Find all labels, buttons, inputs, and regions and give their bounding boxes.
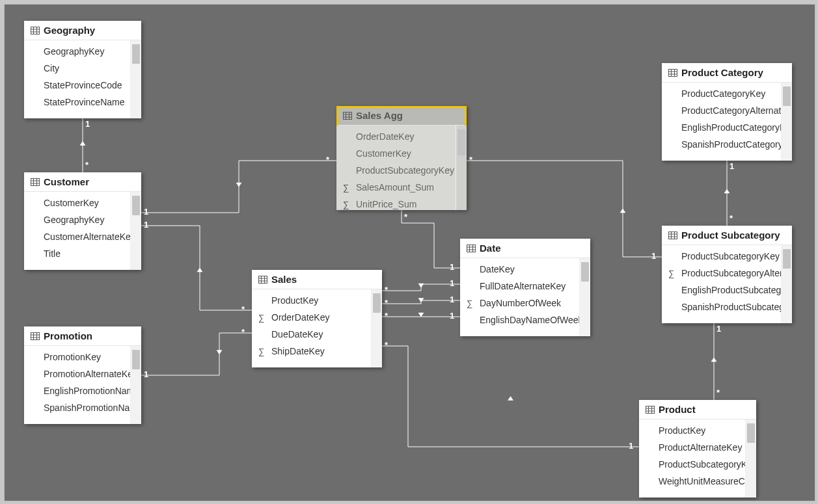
- cardinality-label: *: [716, 388, 720, 397]
- table-icon: [467, 245, 476, 252]
- field-item[interactable]: ∑OrderDateKey: [252, 309, 371, 326]
- table-header[interactable]: Date: [460, 239, 590, 258]
- table-salesAgg[interactable]: Sales AggOrderDateKeyCustomerKeyProductS…: [336, 106, 467, 210]
- table-geography[interactable]: GeographyGeographyKeyCityStateProvinceCo…: [24, 21, 141, 118]
- field-item[interactable]: GeographyKey: [24, 211, 130, 228]
- svg-rect-16: [31, 178, 40, 185]
- svg-marker-0: [80, 142, 85, 146]
- scrollbar-thumb[interactable]: [132, 44, 140, 64]
- table-productSubcategory[interactable]: Product SubcategoryProductSubcategoryKey…: [662, 226, 792, 323]
- scrollbar-thumb[interactable]: [132, 196, 140, 215]
- scrollbar-thumb[interactable]: [132, 350, 140, 369]
- field-item[interactable]: CustomerKey: [24, 194, 130, 211]
- field-item[interactable]: ProductCategoryKey: [662, 85, 781, 102]
- field-item[interactable]: WeightUnitMeasureCode: [639, 473, 745, 490]
- sigma-icon: ∑: [467, 298, 472, 308]
- scrollbar[interactable]: [745, 419, 756, 497]
- cardinality-label: 1: [450, 311, 454, 321]
- table-header[interactable]: Geography: [24, 21, 141, 40]
- scrollbar[interactable]: [456, 126, 467, 210]
- cardinality-label: *: [729, 213, 733, 223]
- scrollbar[interactable]: [781, 83, 792, 161]
- scrollbar-thumb[interactable]: [783, 86, 791, 106]
- field-item[interactable]: SpanishProductCategoryName: [662, 136, 781, 153]
- scrollbar[interactable]: [781, 245, 792, 323]
- table-promotion[interactable]: PromotionPromotionKeyPromotionAlternateK…: [24, 326, 141, 424]
- field-label: DayNumberOfWeek: [480, 298, 561, 308]
- table-productCategory[interactable]: Product CategoryProductCategoryKeyProduc…: [662, 63, 792, 161]
- field-label: CustomerKey: [44, 198, 99, 208]
- table-title: Product: [659, 404, 696, 415]
- field-item[interactable]: PromotionAlternateKey: [24, 365, 130, 382]
- scrollbar[interactable]: [130, 192, 141, 270]
- field-item[interactable]: ProductSubcategoryKey: [662, 248, 781, 265]
- field-item[interactable]: ∑ProductSubcategoryAlternateKey: [662, 265, 781, 282]
- field-item[interactable]: EnglishProductSubcategoryName: [662, 282, 781, 298]
- table-title: Customer: [44, 176, 89, 187]
- field-item[interactable]: City: [24, 60, 130, 77]
- table-product[interactable]: ProductProductKeyProductAlternateKeyProd…: [639, 400, 756, 497]
- field-list: ProductKey∑OrderDateKeyDueDateKey∑ShipDa…: [252, 289, 371, 367]
- scrollbar[interactable]: [579, 258, 590, 336]
- field-list: CustomerKeyGeographyKeyCustomerAlternate…: [24, 192, 130, 270]
- field-item[interactable]: StateProvinceCode: [24, 77, 130, 94]
- field-item[interactable]: SpanishProductSubcategoryName: [662, 298, 781, 315]
- table-title: Geography: [44, 25, 95, 36]
- field-item[interactable]: EnglishDayNameOfWeek: [460, 312, 579, 328]
- field-label: EnglishPromotionName: [44, 386, 130, 396]
- field-item[interactable]: CustomerAlternateKey: [24, 228, 130, 245]
- field-item[interactable]: ∑DayNumberOfWeek: [460, 295, 579, 312]
- scrollbar[interactable]: [130, 346, 141, 424]
- field-item[interactable]: FullDateAlternateKey: [460, 278, 579, 295]
- field-item[interactable]: ∑UnitPrice_Sum: [336, 196, 456, 210]
- scrollbar[interactable]: [371, 289, 382, 367]
- table-date[interactable]: DateDateKeyFullDateAlternateKey∑DayNumbe…: [460, 239, 590, 336]
- field-item[interactable]: EnglishProductCategoryName: [662, 119, 781, 136]
- table-icon: [31, 178, 40, 186]
- field-item[interactable]: ProductKey: [252, 292, 371, 309]
- field-item[interactable]: OrderDateKey: [336, 128, 456, 145]
- field-item[interactable]: GeographyKey: [24, 43, 130, 60]
- field-item[interactable]: Title: [24, 245, 130, 262]
- field-item[interactable]: PromotionKey: [24, 349, 130, 365]
- field-item[interactable]: ProductKey: [639, 422, 745, 439]
- field-list: ProductKeyProductAlternateKeyProductSubc…: [639, 419, 745, 497]
- scrollbar-thumb[interactable]: [457, 129, 465, 155]
- field-item[interactable]: StateProvinceName: [24, 94, 130, 111]
- scrollbar-thumb[interactable]: [783, 249, 791, 269]
- field-item[interactable]: ∑ShipDateKey: [252, 343, 371, 360]
- cardinality-label: 1: [629, 441, 633, 451]
- field-item[interactable]: EnglishPromotionName: [24, 382, 130, 399]
- sigma-icon: ∑: [343, 200, 349, 209]
- cardinality-label: *: [385, 285, 388, 295]
- table-icon: [258, 276, 267, 284]
- field-label: ProductCategoryAlternateKey: [681, 105, 781, 116]
- table-header[interactable]: Product: [639, 400, 756, 419]
- field-item[interactable]: ∑SalesAmount_Sum: [336, 179, 456, 196]
- model-canvas[interactable]: GeographyGeographyKeyCityStateProvinceCo…: [4, 4, 815, 501]
- field-item[interactable]: SpanishPromotionName: [24, 399, 130, 416]
- table-customer[interactable]: CustomerCustomerKeyGeographyKeyCustomerA…: [24, 172, 141, 270]
- table-sales[interactable]: SalesProductKey∑OrderDateKeyDueDateKey∑S…: [252, 270, 382, 367]
- table-header[interactable]: Product Subcategory: [662, 226, 792, 245]
- scrollbar[interactable]: [130, 40, 141, 118]
- table-header[interactable]: Promotion: [24, 326, 141, 346]
- svg-rect-36: [467, 245, 476, 252]
- field-item[interactable]: ProductSubcategoryKey: [639, 456, 745, 473]
- table-header[interactable]: Product Category: [662, 63, 792, 83]
- svg-rect-26: [344, 112, 352, 119]
- field-item[interactable]: ProductSubcategoryKey: [336, 162, 456, 179]
- field-item[interactable]: DueDateKey: [252, 326, 371, 343]
- field-item[interactable]: CustomerKey: [336, 145, 456, 162]
- scrollbar-thumb[interactable]: [373, 293, 381, 313]
- scrollbar-thumb[interactable]: [747, 423, 755, 443]
- field-label: City: [44, 63, 59, 73]
- field-item[interactable]: ProductCategoryAlternateKey: [662, 102, 781, 119]
- field-item[interactable]: DateKey: [460, 261, 579, 278]
- table-header[interactable]: Customer: [24, 172, 141, 192]
- field-item[interactable]: ProductAlternateKey: [639, 439, 745, 456]
- table-header[interactable]: Sales: [252, 270, 382, 289]
- table-header[interactable]: Sales Agg: [336, 106, 467, 126]
- scrollbar-thumb[interactable]: [581, 262, 589, 282]
- table-icon: [31, 332, 40, 340]
